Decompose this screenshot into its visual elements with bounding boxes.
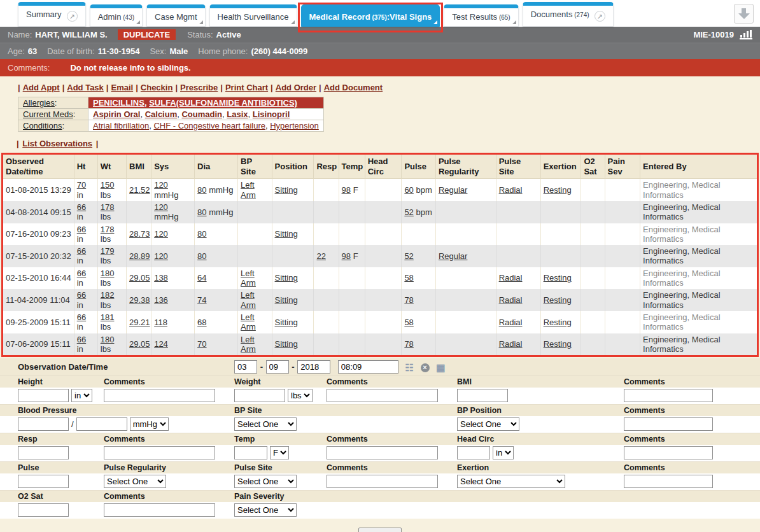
value-link[interactable]: 66 bbox=[77, 312, 86, 322]
value-link[interactable]: 178 bbox=[101, 202, 115, 212]
pulse-input[interactable] bbox=[18, 475, 69, 488]
bar-chart-icon[interactable] bbox=[740, 30, 752, 39]
value-link[interactable]: Radial bbox=[499, 295, 523, 305]
value-link[interactable]: 58 bbox=[404, 318, 413, 327]
pain-severity-select[interactable]: Select One bbox=[234, 503, 297, 517]
calendar-icon[interactable]: ▦ bbox=[436, 362, 445, 373]
tab-documents[interactable]: Documents (274)↗ bbox=[523, 2, 614, 27]
value-link[interactable]: 68 bbox=[197, 318, 206, 327]
value-link[interactable]: Regular bbox=[439, 185, 468, 195]
action-link-add-appt[interactable]: Add Appt bbox=[23, 83, 60, 92]
weight-input[interactable] bbox=[234, 389, 285, 402]
clock-icon[interactable]: ☷︎ bbox=[405, 362, 413, 373]
value-link[interactable]: 29.38 bbox=[129, 295, 150, 305]
value-link[interactable]: Sitting bbox=[275, 185, 298, 195]
med-link-calcium[interactable]: Calcium bbox=[145, 109, 178, 119]
med-link-lisinopril[interactable]: Lisinopril bbox=[253, 109, 290, 119]
value-link[interactable]: 138 bbox=[154, 273, 168, 283]
open-new-window-icon[interactable]: ↗ bbox=[595, 11, 605, 22]
value-link[interactable]: 180 bbox=[101, 269, 115, 278]
value-link[interactable]: Radial bbox=[499, 318, 523, 327]
value-link[interactable]: 80 bbox=[197, 185, 206, 195]
value-link[interactable]: Sitting bbox=[275, 318, 298, 327]
head-circ-input[interactable] bbox=[457, 446, 490, 459]
date-day-input[interactable] bbox=[266, 360, 289, 374]
value-link[interactable]: 29.05 bbox=[129, 339, 150, 349]
value-link[interactable]: 21.52 bbox=[129, 185, 150, 195]
value-link[interactable]: 120 bbox=[154, 202, 168, 212]
value-link[interactable]: Radial bbox=[499, 273, 523, 283]
height-unit-select[interactable]: in bbox=[71, 389, 92, 402]
value-link[interactable]: 80 bbox=[197, 229, 206, 239]
action-link-print-chart[interactable]: Print Chart bbox=[225, 83, 268, 92]
resp-comments-input[interactable] bbox=[104, 446, 215, 459]
weight-comments-input[interactable] bbox=[327, 389, 438, 402]
resp-input[interactable] bbox=[18, 446, 69, 459]
value-link[interactable]: 80 bbox=[197, 207, 206, 217]
condition-link-atrial-fibrillation[interactable]: Atrial fibrillation bbox=[93, 121, 149, 130]
value-link[interactable]: 181 bbox=[101, 312, 115, 322]
value-link[interactable]: 178 bbox=[101, 225, 115, 234]
bp-position-select[interactable]: Select One bbox=[457, 417, 519, 431]
value-link[interactable]: 66 bbox=[77, 225, 86, 234]
open-new-window-icon[interactable]: ↗ bbox=[67, 11, 78, 22]
action-link-checkin[interactable]: Checkin bbox=[141, 83, 173, 92]
value-link[interactable]: Radial bbox=[499, 185, 523, 195]
value-link[interactable]: 66 bbox=[77, 290, 86, 300]
date-month-input[interactable] bbox=[234, 360, 257, 374]
value-link[interactable]: Resting bbox=[544, 295, 572, 305]
value-link[interactable]: Left Arm bbox=[241, 269, 256, 288]
download-button[interactable] bbox=[734, 4, 754, 24]
allergy-link-sulfa-sulfonamide-antibiotics[interactable]: SULFA(SULFONAMIDE ANTIBIOTICS) bbox=[149, 98, 297, 108]
value-link[interactable]: 28.89 bbox=[129, 251, 150, 261]
pulse-site-select[interactable]: Select One bbox=[234, 475, 297, 488]
value-link[interactable]: 60 bbox=[404, 185, 413, 195]
med-link-aspirin-oral[interactable]: Aspirin Oral bbox=[93, 109, 140, 119]
height-comments-input[interactable] bbox=[104, 389, 215, 402]
bp-site-select[interactable]: Select One bbox=[234, 417, 297, 431]
head-circ-comments-input[interactable] bbox=[624, 446, 713, 459]
tab-medical-record[interactable]: Medical Record (375):Vital Signs bbox=[301, 4, 440, 27]
o2-sat-input[interactable] bbox=[18, 503, 69, 517]
tab-summary[interactable]: Summary↗ bbox=[18, 2, 86, 27]
action-link-add-task[interactable]: Add Task bbox=[67, 83, 104, 92]
value-link[interactable]: 80 bbox=[197, 251, 206, 261]
allergies-link[interactable]: Allergies bbox=[23, 98, 55, 108]
o2-sat-comments-input[interactable] bbox=[104, 503, 215, 517]
value-link[interactable]: 22 bbox=[316, 251, 325, 261]
value-link[interactable]: 64 bbox=[197, 273, 206, 283]
tab-test-results[interactable]: Test Results (65) bbox=[444, 4, 518, 27]
action-link-add-document[interactable]: Add Document bbox=[324, 83, 383, 92]
bp-systolic-input[interactable] bbox=[18, 417, 69, 431]
value-link[interactable]: 124 bbox=[154, 339, 168, 349]
med-link-lasix[interactable]: Lasix bbox=[227, 109, 248, 119]
value-link[interactable]: Left Arm bbox=[241, 290, 256, 309]
action-link-add-order[interactable]: Add Order bbox=[276, 83, 316, 92]
allergy-link-penicillins[interactable]: PENICILLINS bbox=[93, 98, 144, 108]
pulse-regularity-select[interactable]: Select One bbox=[104, 475, 166, 488]
time-input[interactable] bbox=[338, 360, 398, 374]
bmi-input[interactable] bbox=[457, 389, 508, 402]
value-link[interactable]: 70 bbox=[77, 180, 86, 190]
value-link[interactable]: 78 bbox=[404, 339, 413, 349]
value-link[interactable]: Left Arm bbox=[241, 180, 256, 199]
value-link[interactable]: 120 bbox=[154, 180, 168, 190]
value-link[interactable]: 118 bbox=[154, 318, 167, 327]
temp-input[interactable] bbox=[234, 446, 267, 459]
value-link[interactable]: 66 bbox=[77, 335, 86, 344]
value-link[interactable]: Left Arm bbox=[241, 335, 256, 354]
weight-unit-select[interactable]: lbs bbox=[288, 389, 313, 402]
value-link[interactable]: 98 bbox=[342, 251, 351, 261]
condition-link-hypertension[interactable]: Hypertension bbox=[270, 121, 319, 130]
bp-unit-select[interactable]: mmHg bbox=[130, 417, 169, 431]
tab-health-surveillance[interactable]: Health Surveillance bbox=[209, 4, 297, 27]
bp-diastolic-input[interactable] bbox=[76, 417, 127, 431]
tab-case-mgmt[interactable]: Case Mgmt bbox=[146, 4, 205, 27]
value-link[interactable]: Resting bbox=[544, 339, 572, 349]
condition-link-chf-congestive-heart-failure[interactable]: CHF - Congestive heart failure bbox=[153, 121, 265, 130]
value-link[interactable]: Sitting bbox=[275, 339, 298, 349]
med-link-coumadin[interactable]: Coumadin bbox=[181, 109, 222, 119]
value-link[interactable]: Resting bbox=[544, 318, 572, 327]
head-circ-unit-select[interactable]: in bbox=[493, 446, 514, 459]
exertion-select[interactable]: Select One bbox=[457, 475, 565, 488]
